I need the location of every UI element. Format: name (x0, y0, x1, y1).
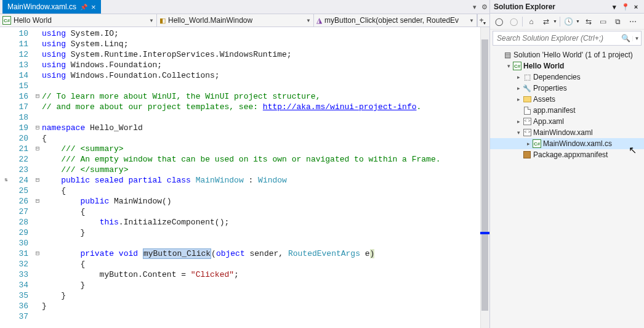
tree-node[interactable]: ▸App.xaml (490, 116, 644, 127)
code-line[interactable]: 34 } (0, 280, 489, 290)
solution-explorer-tree[interactable]: ↖ ▤Solution 'Hello World' (1 of 1 projec… (490, 48, 644, 328)
code-text[interactable]: /// An empty window that can be used on … (42, 154, 489, 165)
code-text[interactable]: using Windows.Foundation.Collections; (42, 70, 489, 81)
document-tab-active[interactable]: MainWindow.xaml.cs 📌 × (2, 0, 101, 14)
code-line[interactable]: 33 myButton.Content = "Clicked"; (0, 269, 489, 280)
code-text[interactable]: using System.Runtime.InteropServices.Win… (42, 49, 489, 60)
tree-node[interactable]: ▸C#MainWindow.xaml.cs (490, 138, 644, 149)
fold-toggle[interactable]: ⊟ (33, 91, 42, 102)
code-text[interactable]: public sealed partial class MainWindow :… (42, 175, 489, 186)
code-line[interactable]: 18 (0, 112, 489, 123)
forward-button[interactable]: ◯ (507, 15, 520, 28)
expand-icon[interactable]: ▸ (515, 74, 522, 80)
expand-icon[interactable]: ▸ (525, 141, 532, 147)
code-line[interactable]: 36} (0, 301, 489, 311)
code-text[interactable]: } (42, 301, 489, 311)
search-options-dropdown-icon[interactable]: ▼ (632, 36, 641, 41)
code-line[interactable]: ⇅24⊟ public sealed partial class MainWin… (0, 175, 489, 186)
tree-node[interactable]: Package.appxmanifest (490, 149, 644, 160)
code-line[interactable]: 35 } (0, 290, 489, 301)
code-line[interactable]: 27 { (0, 207, 489, 217)
code-text[interactable] (42, 112, 489, 123)
expand-icon[interactable]: ▸ (515, 96, 522, 102)
code-text[interactable]: // To learn more about WinUI, the WinUI … (42, 91, 489, 102)
code-text[interactable]: { (42, 259, 489, 269)
code-line[interactable]: 10using System.IO; (0, 28, 489, 39)
code-text[interactable]: this.InitializeComponent(); (42, 217, 489, 228)
close-icon[interactable]: × (91, 2, 96, 12)
code-line[interactable]: 15 (0, 81, 489, 91)
code-text[interactable]: // and more about our project templates,… (42, 102, 489, 112)
active-files-dropdown-icon[interactable]: ▾ (470, 3, 480, 11)
back-button[interactable]: ◯ (493, 15, 505, 28)
fold-toggle[interactable]: ⊟ (33, 175, 42, 186)
tree-node[interactable]: app.manifest (490, 105, 644, 116)
code-line[interactable]: 32 { (0, 259, 489, 269)
code-editor[interactable]: 10using System.IO;11using System.Linq;12… (0, 27, 489, 328)
code-line[interactable]: 37 (0, 311, 489, 322)
auto-hide-pin-icon[interactable]: 📍 (621, 3, 630, 11)
code-text[interactable] (42, 311, 489, 322)
code-text[interactable]: } (42, 280, 489, 290)
window-options-gear-icon[interactable]: ⚙ (480, 3, 489, 11)
fold-toggle[interactable]: ⊟ (33, 144, 42, 154)
expand-icon[interactable]: ▸ (515, 85, 522, 91)
home-button[interactable]: ⌂ (525, 15, 537, 28)
code-text[interactable]: { (42, 207, 489, 217)
code-text[interactable]: /// </summary> (42, 165, 489, 175)
code-line[interactable]: 12using System.Runtime.InteropServices.W… (0, 49, 489, 60)
tree-node[interactable]: ▸Assets (490, 94, 644, 105)
code-line[interactable]: 17// and more about our project template… (0, 102, 489, 112)
code-text[interactable]: { (42, 133, 489, 144)
pending-changes-filter-button[interactable]: 🕓 (563, 15, 575, 28)
code-text[interactable]: } (42, 228, 489, 238)
sync-active-doc-button[interactable]: ⇆ (582, 15, 595, 28)
close-pane-icon[interactable]: × (632, 3, 640, 10)
code-text[interactable]: } (42, 290, 489, 301)
code-line[interactable]: 25 { (0, 186, 489, 196)
fold-toggle[interactable]: ⊟ (33, 196, 42, 207)
code-line[interactable]: 23 /// </summary> (0, 165, 489, 175)
more-toolbar-icon[interactable]: ⋯ (627, 15, 639, 28)
fold-toggle[interactable]: ⊟ (33, 248, 42, 259)
code-text[interactable] (42, 238, 489, 248)
code-line[interactable]: 16⊟// To learn more about WinUI, the Win… (0, 91, 489, 102)
code-line[interactable]: 30 (0, 238, 489, 248)
code-text[interactable]: private void myButton_Click(object sende… (42, 248, 489, 259)
code-text[interactable]: namespace Hello_World (42, 123, 489, 133)
search-icon[interactable]: 🔍 (619, 34, 632, 43)
code-text[interactable]: myButton.Content = "Clicked"; (42, 269, 489, 280)
tree-node[interactable]: ▸🔧Properties (490, 83, 644, 94)
nav-member-combo[interactable]: ◮ myButton_Click(object sender, RoutedEv… (314, 14, 477, 27)
code-line[interactable]: 29 } (0, 228, 489, 238)
code-text[interactable]: public MainWindow() (42, 196, 489, 207)
fold-toggle[interactable]: ⊟ (33, 123, 42, 133)
code-text[interactable]: using System.Linq; (42, 39, 489, 49)
collapse-icon[interactable]: ▾ (515, 129, 522, 136)
code-text[interactable] (42, 81, 489, 91)
solution-explorer-search-input[interactable] (493, 34, 619, 43)
collapse-all-button[interactable]: ⧉ (612, 15, 624, 28)
code-line[interactable]: 31⊟ private void myButton_Click(object s… (0, 248, 489, 259)
code-line[interactable]: 22 /// An empty window that can be used … (0, 154, 489, 165)
code-text[interactable]: /// <summary> (42, 144, 489, 154)
switch-views-button[interactable]: ⇄ (540, 15, 552, 28)
code-text[interactable]: { (42, 186, 489, 196)
code-line[interactable]: 13using Windows.Foundation; (0, 60, 489, 70)
code-line[interactable]: 14using Windows.Foundation.Collections; (0, 70, 489, 81)
split-window-button[interactable]: +▼ (477, 14, 489, 27)
refresh-button[interactable]: ▭ (597, 15, 610, 28)
scrollbar-thumb[interactable] (481, 39, 488, 311)
tree-node[interactable]: ▤Solution 'Hello World' (1 of 1 project) (490, 49, 644, 60)
nav-project-combo[interactable]: C# Hello World ▼ (0, 14, 157, 27)
expand-icon[interactable]: ▸ (515, 118, 522, 125)
tree-node[interactable]: ▸⬚Dependencies (490, 72, 644, 83)
code-line[interactable]: 28 this.InitializeComponent(); (0, 217, 489, 228)
code-line[interactable]: 20{ (0, 133, 489, 144)
tree-node[interactable]: ▾C#Hello World (490, 60, 644, 72)
pin-icon[interactable]: 📌 (80, 4, 87, 10)
code-text[interactable]: using Windows.Foundation; (42, 60, 489, 70)
window-position-dropdown-icon[interactable]: ▾ (610, 3, 619, 11)
nav-type-combo[interactable]: ◧ Hello_World.MainWindow ▼ (157, 14, 314, 27)
code-line[interactable]: 19⊟namespace Hello_World (0, 123, 489, 133)
